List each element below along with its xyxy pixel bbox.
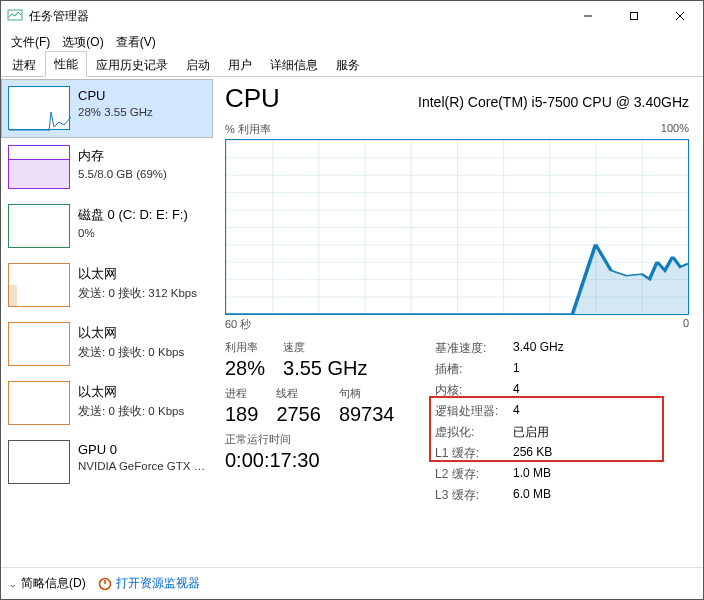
resmon-label: 打开资源监视器 — [116, 575, 200, 592]
menu-options[interactable]: 选项(O) — [56, 32, 109, 53]
app-icon — [7, 8, 23, 24]
util-label: 利用率 — [225, 340, 265, 355]
sidebar-item-sub: 发送: 0 接收: 0 Kbps — [78, 345, 206, 360]
base-speed-val: 3.40 GHz — [513, 340, 689, 357]
tab-processes[interactable]: 进程 — [3, 52, 45, 77]
sidebar-item-cpu[interactable]: CPU 28% 3.55 GHz — [1, 79, 213, 138]
window-title: 任务管理器 — [29, 8, 89, 25]
sidebar-item-label: 磁盘 0 (C: D: E: F:) — [78, 206, 206, 224]
procs-value: 189 — [225, 403, 258, 426]
speed-label: 速度 — [283, 340, 367, 355]
sidebar-item-disk-0[interactable]: 磁盘 0 (C: D: E: F:) 0% — [1, 197, 213, 256]
util-value: 28% — [225, 357, 265, 380]
sidebar-item-memory[interactable]: 内存 5.5/8.0 GB (69%) — [1, 138, 213, 197]
lprocs-val: 4 — [513, 403, 689, 420]
fewer-details-button[interactable]: ⌃ 简略信息(D) — [9, 575, 86, 592]
handles-label: 句柄 — [339, 386, 395, 401]
close-button[interactable] — [657, 1, 703, 31]
sidebar-item-label: 以太网 — [78, 383, 206, 401]
tab-startup[interactable]: 启动 — [177, 52, 219, 77]
svg-rect-2 — [631, 13, 638, 20]
cpu-model: Intel(R) Core(TM) i5-7500 CPU @ 3.40GHz — [418, 94, 689, 110]
disk-thumb-icon — [8, 204, 70, 248]
maximize-button[interactable] — [611, 1, 657, 31]
chevron-up-icon: ⌃ — [9, 578, 17, 589]
ethernet-thumb-icon — [8, 381, 70, 425]
sockets-val: 1 — [513, 361, 689, 378]
sidebar-item-sub: 发送: 0 接收: 0 Kbps — [78, 404, 206, 419]
cores-key: 内核: — [435, 382, 513, 399]
svg-rect-0 — [8, 10, 22, 20]
chart-ylabel: % 利用率 — [225, 122, 271, 137]
l3-val: 6.0 MB — [513, 487, 689, 504]
threads-value: 2756 — [276, 403, 321, 426]
chart-xmin: 0 — [683, 317, 689, 332]
l3-key: L3 缓存: — [435, 487, 513, 504]
tab-performance[interactable]: 性能 — [45, 51, 87, 77]
ethernet-thumb-icon — [8, 263, 70, 307]
uptime-value: 0:00:17:30 — [225, 449, 425, 472]
uptime-label: 正常运行时间 — [225, 432, 425, 447]
sidebar-item-label: GPU 0 — [78, 442, 206, 457]
lprocs-key: 逻辑处理器: — [435, 403, 513, 420]
sidebar-item-ethernet-1[interactable]: 以太网 发送: 0 接收: 0 Kbps — [1, 315, 213, 374]
cpu-usage-chart[interactable] — [225, 139, 689, 315]
l1-val: 256 KB — [513, 445, 689, 462]
sidebar-item-sub: 发送: 0 接收: 312 Kbps — [78, 286, 206, 301]
sidebar-item-label: 以太网 — [78, 265, 206, 283]
sidebar-item-ethernet-0[interactable]: 以太网 发送: 0 接收: 312 Kbps — [1, 256, 213, 315]
l1-key: L1 缓存: — [435, 445, 513, 462]
page-title: CPU — [225, 83, 280, 114]
resource-monitor-icon — [98, 577, 112, 591]
menu-view[interactable]: 查看(V) — [110, 32, 162, 53]
ethernet-thumb-icon — [8, 322, 70, 366]
procs-label: 进程 — [225, 386, 258, 401]
virt-val: 已启用 — [513, 424, 689, 441]
chart-ymax: 100% — [661, 122, 689, 137]
sidebar-item-sub: 28% 3.55 GHz — [78, 106, 206, 118]
speed-value: 3.55 GHz — [283, 357, 367, 380]
sidebar-item-gpu-0[interactable]: GPU 0 NVIDIA GeForce GTX … 33% — [1, 433, 213, 492]
sidebar-item-sub: NVIDIA GeForce GTX … 33% — [78, 460, 206, 472]
tab-app-history[interactable]: 应用历史记录 — [87, 52, 177, 77]
handles-value: 89734 — [339, 403, 395, 426]
sidebar-item-label: CPU — [78, 88, 206, 103]
menu-file[interactable]: 文件(F) — [5, 32, 56, 53]
base-speed-key: 基准速度: — [435, 340, 513, 357]
gpu-thumb-icon — [8, 440, 70, 484]
cpu-thumb-icon — [8, 86, 70, 130]
sidebar-item-sub: 0% — [78, 227, 206, 239]
l2-val: 1.0 MB — [513, 466, 689, 483]
chart-xmax: 60 秒 — [225, 317, 251, 332]
content-pane: CPU Intel(R) Core(TM) i5-7500 CPU @ 3.40… — [213, 77, 703, 567]
tab-strip: 进程 性能 应用历史记录 启动 用户 详细信息 服务 — [1, 53, 703, 77]
sidebar-item-label: 内存 — [78, 147, 206, 165]
sidebar-item-sub: 5.5/8.0 GB (69%) — [78, 168, 206, 180]
threads-label: 线程 — [276, 386, 321, 401]
sidebar[interactable]: CPU 28% 3.55 GHz 内存 5.5/8.0 GB (69%) 磁盘 … — [1, 77, 213, 567]
tab-details[interactable]: 详细信息 — [261, 52, 327, 77]
open-resource-monitor-link[interactable]: 打开资源监视器 — [98, 575, 200, 592]
minimize-button[interactable] — [565, 1, 611, 31]
menubar: 文件(F) 选项(O) 查看(V) — [1, 31, 703, 53]
tab-users[interactable]: 用户 — [219, 52, 261, 77]
sidebar-item-label: 以太网 — [78, 324, 206, 342]
cores-val: 4 — [513, 382, 689, 399]
memory-thumb-icon — [8, 145, 70, 189]
sockets-key: 插槽: — [435, 361, 513, 378]
fewer-details-label: 简略信息(D) — [21, 575, 86, 592]
tab-services[interactable]: 服务 — [327, 52, 369, 77]
l2-key: L2 缓存: — [435, 466, 513, 483]
titlebar: 任务管理器 — [1, 1, 703, 31]
virt-key: 虚拟化: — [435, 424, 513, 441]
sidebar-item-ethernet-2[interactable]: 以太网 发送: 0 接收: 0 Kbps — [1, 374, 213, 433]
footer: ⌃ 简略信息(D) 打开资源监视器 — [1, 567, 703, 599]
